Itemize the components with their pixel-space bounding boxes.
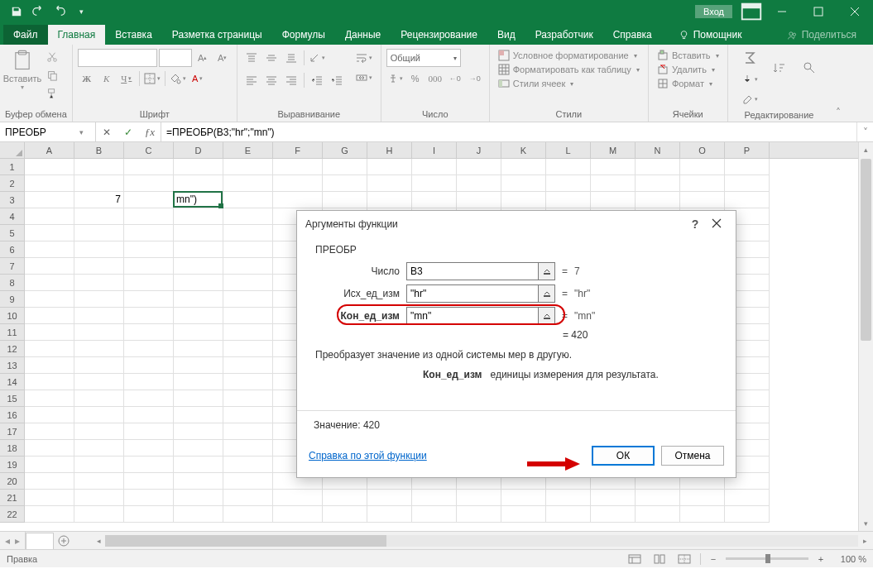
page-layout-view-icon[interactable] [650, 552, 669, 566]
minimize-button[interactable] [764, 0, 800, 23]
cell[interactable] [457, 506, 501, 523]
cell[interactable] [25, 275, 74, 291]
wrap-text-icon[interactable] [353, 49, 376, 67]
cell[interactable] [174, 175, 223, 192]
conditional-formatting-button[interactable]: Условное форматирование▾ [495, 49, 643, 62]
cell[interactable] [74, 457, 124, 473]
row-header[interactable]: 5 [0, 225, 24, 241]
cell[interactable] [367, 175, 412, 192]
cell[interactable] [124, 159, 174, 175]
cell[interactable] [223, 390, 273, 407]
column-header[interactable]: M [591, 142, 636, 158]
tab-developer[interactable]: Разработчик [525, 25, 603, 45]
sheet-nav[interactable]: ◂▸ [0, 532, 26, 549]
cell[interactable] [636, 175, 680, 192]
cell[interactable] [174, 258, 223, 275]
cell[interactable] [174, 490, 223, 506]
cell[interactable] [174, 208, 223, 225]
cell[interactable] [74, 341, 124, 357]
cell[interactable] [25, 258, 74, 275]
row-header[interactable]: 14 [0, 374, 24, 390]
cell[interactable] [412, 490, 457, 506]
cell[interactable] [273, 159, 323, 175]
cell[interactable] [25, 506, 74, 523]
tab-review[interactable]: Рецензирование [391, 25, 487, 45]
cell[interactable] [74, 440, 124, 457]
copy-icon[interactable] [43, 67, 61, 84]
cell[interactable] [501, 159, 546, 175]
cell[interactable] [74, 208, 124, 225]
cell[interactable] [501, 490, 546, 506]
underline-button[interactable]: Ч [118, 69, 136, 88]
login-button[interactable]: Вход [695, 5, 732, 18]
scroll-left-icon[interactable]: ◂ [92, 537, 105, 545]
bold-button[interactable]: Ж [78, 69, 96, 88]
row-header[interactable]: 6 [0, 241, 24, 258]
row-header[interactable]: 9 [0, 291, 24, 308]
select-all-button[interactable] [0, 142, 25, 159]
column-header[interactable]: J [457, 142, 501, 158]
paste-button[interactable]: Вставить ▾ [5, 47, 40, 108]
cell[interactable] [367, 506, 412, 523]
cell[interactable] [74, 407, 124, 423]
column-header[interactable]: K [501, 142, 546, 158]
cell[interactable] [174, 275, 223, 291]
zoom-out-icon[interactable]: − [708, 554, 719, 564]
cell[interactable] [124, 175, 174, 192]
row-header[interactable]: 18 [0, 440, 24, 457]
zoom-slider[interactable] [726, 557, 808, 560]
scroll-up-icon[interactable]: ▴ [859, 142, 873, 157]
cell[interactable] [223, 225, 273, 241]
cell[interactable] [124, 192, 174, 208]
cell[interactable] [546, 506, 591, 523]
cell[interactable] [323, 159, 367, 175]
font-name-combo[interactable] [78, 49, 157, 67]
percent-icon[interactable]: % [406, 69, 425, 88]
delete-cells-button[interactable]: Удалить▾ [654, 63, 722, 76]
column-header[interactable]: C [124, 142, 174, 158]
row-header[interactable]: 22 [0, 506, 24, 523]
cell[interactable] [223, 473, 273, 490]
cell[interactable] [223, 291, 273, 308]
cell[interactable] [124, 241, 174, 258]
cell[interactable] [591, 506, 636, 523]
cell[interactable] [725, 506, 770, 523]
cell[interactable] [25, 324, 74, 341]
cell[interactable] [636, 506, 680, 523]
cell[interactable] [174, 159, 223, 175]
cell[interactable] [25, 308, 74, 324]
row-header[interactable]: 8 [0, 275, 24, 291]
cell[interactable] [25, 457, 74, 473]
cell[interactable] [25, 241, 74, 258]
cell[interactable] [367, 159, 412, 175]
cell[interactable] [174, 506, 223, 523]
font-color-icon[interactable]: A [189, 69, 207, 88]
cell[interactable] [124, 490, 174, 506]
cell[interactable] [546, 192, 591, 208]
cell[interactable] [174, 423, 223, 440]
cell[interactable] [124, 473, 174, 490]
name-box-dropdown-icon[interactable]: ▾ [74, 128, 88, 136]
cell[interactable] [124, 225, 174, 241]
cell[interactable] [74, 159, 124, 175]
column-header[interactable]: P [725, 142, 770, 158]
cell[interactable] [323, 490, 367, 506]
ok-button[interactable]: ОК [592, 446, 655, 466]
align-top-icon[interactable] [242, 49, 261, 67]
cell[interactable] [725, 175, 770, 192]
cell[interactable] [174, 357, 223, 374]
cell[interactable] [273, 192, 323, 208]
cell[interactable] [223, 308, 273, 324]
row-header[interactable]: 2 [0, 175, 24, 192]
cell[interactable] [680, 175, 725, 192]
cell[interactable] [25, 374, 74, 390]
cell[interactable] [74, 324, 124, 341]
cell[interactable] [323, 506, 367, 523]
zoom-in-icon[interactable]: + [815, 554, 827, 564]
cell[interactable] [636, 159, 680, 175]
row-header[interactable]: 11 [0, 324, 24, 341]
row-header[interactable]: 21 [0, 490, 24, 506]
cell[interactable] [174, 473, 223, 490]
cell[interactable] [25, 159, 74, 175]
cell[interactable] [74, 258, 124, 275]
